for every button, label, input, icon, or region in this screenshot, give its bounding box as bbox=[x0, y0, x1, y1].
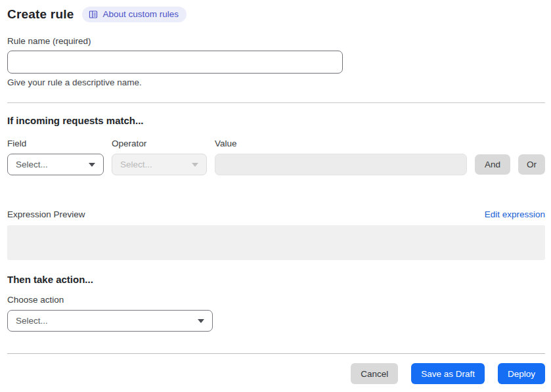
create-rule-page: Create rule About custom rules Rule name… bbox=[0, 0, 551, 384]
match-controls-row: Select... Select... And Or bbox=[7, 154, 545, 175]
section-divider bbox=[7, 102, 545, 103]
action-section-heading: Then take action... bbox=[7, 274, 545, 285]
cancel-button[interactable]: Cancel bbox=[351, 363, 398, 384]
footer-divider bbox=[7, 353, 545, 354]
choose-action-label: Choose action bbox=[7, 295, 545, 305]
header: Create rule About custom rules bbox=[7, 7, 545, 22]
expression-preview-label: Expression Preview bbox=[7, 209, 85, 219]
choose-action-value: Select... bbox=[16, 316, 48, 326]
footer-actions: Cancel Save as Draft Deploy bbox=[7, 363, 545, 384]
field-label: Field bbox=[7, 139, 104, 148]
field-select-value: Select... bbox=[16, 160, 48, 169]
field-select[interactable]: Select... bbox=[7, 154, 104, 175]
chevron-down-icon bbox=[192, 163, 198, 167]
chevron-down-icon bbox=[198, 319, 204, 323]
expression-row: Expression Preview Edit expression bbox=[7, 209, 545, 219]
operator-select[interactable]: Select... bbox=[112, 154, 207, 175]
match-labels-row: Field Operator Value bbox=[7, 139, 545, 148]
page-title: Create rule bbox=[7, 7, 74, 22]
chevron-down-icon bbox=[89, 163, 95, 167]
edit-expression-link[interactable]: Edit expression bbox=[485, 209, 545, 219]
value-label: Value bbox=[215, 139, 467, 148]
rule-name-label: Rule name (required) bbox=[7, 36, 545, 46]
save-as-draft-button[interactable]: Save as Draft bbox=[411, 363, 485, 384]
rule-name-input[interactable] bbox=[7, 51, 343, 74]
about-custom-rules-badge[interactable]: About custom rules bbox=[82, 7, 187, 22]
deploy-button[interactable]: Deploy bbox=[498, 363, 545, 384]
expression-preview-box bbox=[7, 225, 545, 260]
match-section-heading: If incoming requests match... bbox=[7, 115, 545, 126]
value-input[interactable] bbox=[215, 154, 467, 175]
rule-name-helper: Give your rule a descriptive name. bbox=[7, 77, 545, 87]
operator-label: Operator bbox=[112, 139, 207, 148]
badge-label: About custom rules bbox=[102, 9, 179, 19]
or-button[interactable]: Or bbox=[518, 154, 545, 175]
and-button[interactable]: And bbox=[475, 154, 510, 175]
book-icon bbox=[89, 10, 98, 19]
rule-name-group: Rule name (required) Give your rule a de… bbox=[7, 36, 545, 87]
operator-select-value: Select... bbox=[120, 160, 152, 169]
choose-action-select[interactable]: Select... bbox=[7, 310, 213, 332]
